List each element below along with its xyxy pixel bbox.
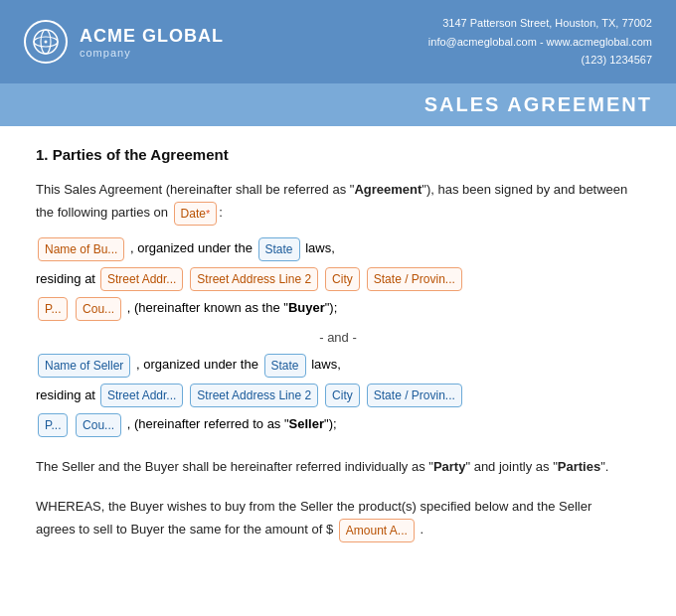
party-text3: ". — [600, 459, 608, 474]
seller-block: Name of Seller , organized under the Sta… — [36, 353, 640, 379]
seller-name-field[interactable]: Name of Seller — [38, 354, 130, 378]
seller-state-prov[interactable]: State / Provin... — [367, 384, 462, 407]
address-line1: 3147 Patterson Street, Houston, TX, 7700… — [428, 14, 652, 33]
agreement-bold: Agreement — [354, 182, 422, 197]
party-bold: Party — [433, 459, 466, 474]
seller-postal-row: P... Cou... , (hereinafter referred to a… — [36, 412, 640, 438]
whereas-period: . — [420, 523, 423, 538]
company-name: ACME GLOBAL — [80, 26, 224, 47]
buyer-city[interactable]: City — [325, 267, 360, 291]
intro-colon: : — [219, 206, 223, 221]
buyer-country[interactable]: Cou... — [76, 297, 121, 321]
seller-country[interactable]: Cou... — [76, 413, 121, 437]
party-paragraph: The Seller and the Buyer shall be herein… — [36, 456, 640, 478]
buyer-state-prov[interactable]: State / Provin... — [367, 267, 462, 291]
title-bar: SALES AGREEMENT — [0, 83, 676, 126]
seller-street-addr2[interactable]: Street Address Line 2 — [190, 384, 318, 407]
intro-text1: This Sales Agreement (hereinafter shall … — [36, 182, 354, 197]
content-area: 1. Parties of the Agreement This Sales A… — [0, 126, 676, 567]
residing-at2: residing at — [36, 383, 95, 408]
buyer-block: Name of Bu... , organized under the Stat… — [36, 236, 640, 262]
amount-field[interactable]: Amount A... — [339, 519, 415, 542]
whereas-text2: agrees to sell to Buyer the same for the… — [36, 523, 333, 538]
buyer-known-text1: , (hereinafter known as the " — [127, 301, 288, 316]
buyer-known-text2: "); — [325, 301, 338, 316]
state-field-2[interactable]: State — [264, 354, 306, 378]
residing-at: residing at — [36, 266, 95, 292]
company-logo — [24, 20, 68, 64]
company-info: ACME GLOBAL company — [80, 26, 224, 59]
seller-street-addr1[interactable]: Street Addr... — [100, 384, 183, 407]
buyer-bold: Buyer — [288, 301, 325, 316]
company-sub: company — [80, 47, 224, 59]
state-field-1[interactable]: State — [258, 237, 300, 261]
header: ACME GLOBAL company 3147 Patterson Stree… — [0, 0, 676, 83]
seller-postal[interactable]: P... — [38, 413, 68, 437]
address-line3: (123) 1234567 — [428, 51, 652, 70]
buyer-address-row: residing at Street Addr... Street Addres… — [36, 266, 640, 292]
header-left: ACME GLOBAL company — [24, 20, 224, 64]
whereas-text1: WHEREAS, the Buyer wishes to buy from th… — [36, 499, 592, 514]
buyer-street-addr1[interactable]: Street Addr... — [100, 267, 183, 291]
organized-under2: , organized under the — [136, 358, 258, 373]
seller-bold: Seller — [289, 417, 324, 432]
laws-text2: laws, — [311, 358, 341, 373]
address-line2: info@acmeglobal.com - www.acmeglobal.com — [428, 33, 652, 52]
seller-referred-text2: "); — [324, 417, 337, 432]
parties-bold: Parties — [558, 459, 600, 474]
organized-under: , organized under the — [130, 241, 253, 256]
buyer-postal[interactable]: P... — [38, 297, 68, 321]
page-title: SALES AGREEMENT — [24, 93, 652, 116]
and-divider: - and - — [36, 330, 640, 345]
section1-title: 1. Parties of the Agreement — [36, 146, 640, 163]
seller-address-row: residing at Street Addr... Street Addres… — [36, 383, 640, 408]
buyer-street-addr2[interactable]: Street Address Line 2 — [190, 267, 318, 291]
intro-paragraph: This Sales Agreement (hereinafter shall … — [36, 179, 640, 227]
buyer-name-field[interactable]: Name of Bu... — [38, 237, 124, 261]
party-text1: The Seller and the Buyer shall be herein… — [36, 459, 433, 474]
buyer-postal-row: P... Cou... , (hereinafter known as the … — [36, 296, 640, 322]
seller-city[interactable]: City — [325, 384, 360, 407]
header-address: 3147 Patterson Street, Houston, TX, 7700… — [428, 14, 652, 70]
seller-referred-text1: , (hereinafter referred to as " — [127, 417, 289, 432]
whereas-paragraph: WHEREAS, the Buyer wishes to buy from th… — [36, 496, 640, 543]
svg-point-3 — [45, 41, 48, 44]
laws-text1: laws, — [305, 241, 335, 256]
party-text2: " and jointly as " — [465, 459, 557, 474]
date-field[interactable]: Date — [174, 202, 218, 226]
